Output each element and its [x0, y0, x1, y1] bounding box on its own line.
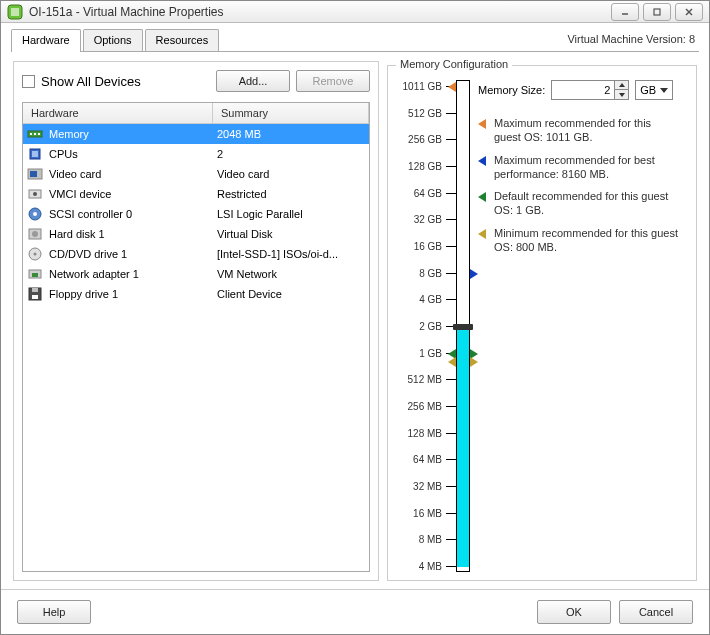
scale-label: 32 MB — [413, 481, 442, 492]
help-button[interactable]: Help — [17, 600, 91, 624]
rec-max-perf: Maximum recommended for best performance… — [478, 153, 680, 182]
hw-summary: [Intel-SSD-1] ISOs/oi-d... — [217, 248, 365, 260]
hw-icon — [27, 186, 43, 202]
rec-max-guest: Maximum recommended for this guest OS: 1… — [478, 116, 680, 145]
scale-label: 1011 GB — [403, 81, 442, 92]
hw-summary: 2 — [217, 148, 365, 160]
window-title: OI-151a - Virtual Machine Properties — [29, 5, 611, 19]
hardware-table-header: Hardware Summary — [23, 103, 369, 124]
svg-rect-25 — [32, 288, 38, 292]
scale-label: 512 GB — [408, 107, 442, 118]
hw-summary: 2048 MB — [217, 128, 365, 140]
scale-label: 2 GB — [419, 321, 442, 332]
hw-summary: Restricted — [217, 188, 365, 200]
marker-icon — [470, 269, 478, 279]
memory-slider[interactable] — [456, 80, 470, 572]
svg-rect-13 — [30, 171, 37, 177]
ok-button[interactable]: OK — [537, 600, 611, 624]
memory-size-spinner[interactable] — [551, 80, 629, 100]
remove-button[interactable]: Remove — [296, 70, 370, 92]
scale-label: 128 MB — [408, 427, 442, 438]
hw-icon — [27, 166, 43, 182]
hw-summary: Video card — [217, 168, 365, 180]
hw-name: Network adapter 1 — [49, 268, 217, 280]
svg-point-17 — [33, 212, 37, 216]
scale-label: 16 MB — [413, 507, 442, 518]
memory-panel: Memory Configuration 1011 GB512 GB256 GB… — [387, 61, 697, 581]
memory-scale: 1011 GB512 GB256 GB128 GB64 GB32 GB16 GB… — [396, 80, 456, 572]
svg-rect-23 — [32, 273, 38, 277]
scale-label: 256 GB — [408, 134, 442, 145]
svg-point-21 — [34, 253, 37, 256]
svg-point-19 — [32, 231, 38, 237]
table-row[interactable]: SCSI controller 0LSI Logic Parallel — [23, 204, 369, 224]
table-row[interactable]: Hard disk 1Virtual Disk — [23, 224, 369, 244]
scale-label: 16 GB — [414, 241, 442, 252]
marker-icon — [448, 82, 456, 92]
button-bar: Help OK Cancel — [1, 589, 709, 634]
svg-rect-8 — [34, 133, 36, 135]
memory-legend: Memory Configuration — [396, 58, 512, 70]
add-button[interactable]: Add... — [216, 70, 290, 92]
col-hardware[interactable]: Hardware — [23, 103, 213, 123]
hardware-panel: Show All Devices Add... Remove Hardware … — [13, 61, 379, 581]
spinner-down[interactable] — [614, 90, 628, 99]
hw-icon — [27, 206, 43, 222]
memory-size-label: Memory Size: — [478, 84, 545, 96]
table-row[interactable]: CD/DVD drive 1[Intel-SSD-1] ISOs/oi-d... — [23, 244, 369, 264]
tab-options[interactable]: Options — [83, 29, 143, 51]
checkbox-icon — [22, 75, 35, 88]
svg-rect-11 — [32, 151, 38, 157]
tab-resources[interactable]: Resources — [145, 29, 220, 51]
svg-point-15 — [33, 192, 37, 196]
table-row[interactable]: Network adapter 1VM Network — [23, 264, 369, 284]
rec-min: Minimum recommended for this guest OS: 8… — [478, 226, 680, 255]
hw-name: Floppy drive 1 — [49, 288, 217, 300]
spinner-up[interactable] — [614, 81, 628, 90]
show-all-label: Show All Devices — [41, 74, 141, 89]
hw-name: CD/DVD drive 1 — [49, 248, 217, 260]
svg-rect-1 — [11, 8, 19, 16]
marker-icon — [448, 357, 456, 367]
svg-rect-3 — [654, 9, 660, 15]
scale-label: 32 GB — [414, 214, 442, 225]
svg-rect-26 — [32, 295, 38, 299]
hw-name: Hard disk 1 — [49, 228, 217, 240]
hw-summary: LSI Logic Parallel — [217, 208, 365, 220]
table-row[interactable]: Memory2048 MB — [23, 124, 369, 144]
slider-handle[interactable] — [453, 324, 473, 330]
close-button[interactable] — [675, 3, 703, 21]
hw-name: SCSI controller 0 — [49, 208, 217, 220]
memory-unit-select[interactable]: GB — [635, 80, 673, 100]
hw-name: Memory — [49, 128, 217, 140]
tab-strip: Hardware Options Resources Virtual Machi… — [1, 23, 709, 51]
scale-label: 4 GB — [419, 294, 442, 305]
tab-hardware[interactable]: Hardware — [11, 29, 81, 52]
scale-label: 8 MB — [419, 534, 442, 545]
title-bar: OI-151a - Virtual Machine Properties — [1, 1, 709, 23]
hw-name: Video card — [49, 168, 217, 180]
cancel-button[interactable]: Cancel — [619, 600, 693, 624]
hw-icon — [27, 286, 43, 302]
scale-label: 64 MB — [413, 454, 442, 465]
rec-default: Default recommended for this guest OS: 1… — [478, 189, 680, 218]
hw-name: CPUs — [49, 148, 217, 160]
hw-icon — [27, 226, 43, 242]
hardware-table: Hardware Summary Memory2048 MBCPUs2Video… — [22, 102, 370, 572]
hw-summary: Virtual Disk — [217, 228, 365, 240]
maximize-button[interactable] — [643, 3, 671, 21]
table-row[interactable]: CPUs2 — [23, 144, 369, 164]
memory-size-input[interactable] — [552, 84, 614, 96]
hw-icon — [27, 126, 43, 142]
table-row[interactable]: VMCI deviceRestricted — [23, 184, 369, 204]
scale-label: 8 GB — [419, 267, 442, 278]
hw-icon — [27, 246, 43, 262]
col-summary[interactable]: Summary — [213, 103, 369, 123]
show-all-devices-checkbox[interactable]: Show All Devices — [22, 74, 141, 89]
unit-label: GB — [640, 84, 656, 96]
hw-icon — [27, 266, 43, 282]
minimize-button[interactable] — [611, 3, 639, 21]
table-row[interactable]: Video cardVideo card — [23, 164, 369, 184]
table-row[interactable]: Floppy drive 1Client Device — [23, 284, 369, 304]
hw-summary: VM Network — [217, 268, 365, 280]
